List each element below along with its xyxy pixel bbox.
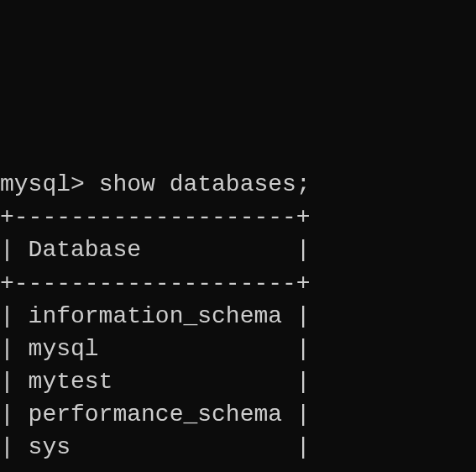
table-row: | performance_schema | [0,401,311,427]
table-border-mid: +--------------------+ [0,270,311,296]
table-border-top: +--------------------+ [0,204,311,230]
terminal-output: mysql> show databases; +----------------… [0,135,476,472]
table-border-bottom: +--------------------+ [0,468,311,472]
table-row: | mytest | [0,369,311,395]
table-row: | mysql | [0,336,311,362]
command-input[interactable]: show databases; [99,171,311,197]
table-row: | sys | [0,434,311,460]
table-row: | information_schema | [0,303,311,329]
table-header: | Database | [0,237,311,263]
prompt: mysql> [0,171,85,197]
